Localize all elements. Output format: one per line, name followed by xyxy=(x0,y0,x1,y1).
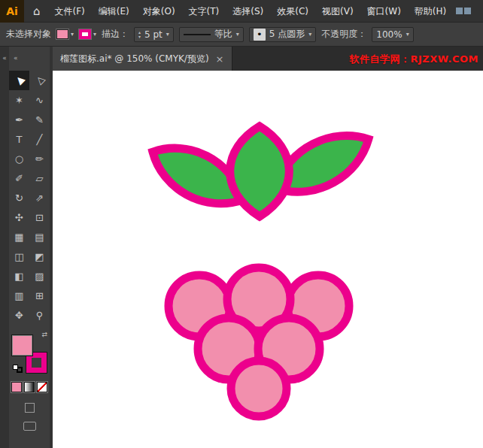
free-transform-tool[interactable]: ⊡ xyxy=(29,207,50,227)
menu-item[interactable]: 文字(T) xyxy=(182,0,226,23)
stroke-color-box[interactable] xyxy=(26,353,47,373)
workspace-switcher-icon[interactable] xyxy=(456,8,471,14)
dock-collapse-icon[interactable]: « xyxy=(0,47,9,69)
brush-preview-icon: • xyxy=(254,29,266,41)
hand-tool[interactable]: ✥ xyxy=(9,305,29,325)
opacity-value: 100% xyxy=(376,29,402,40)
menu-item[interactable]: 帮助(H) xyxy=(408,0,453,23)
width-profile-line-icon xyxy=(184,34,211,35)
mesh-tool[interactable]: ◫ xyxy=(9,247,29,266)
workspace-square-icon xyxy=(456,8,463,14)
gradient-tool[interactable]: ▤ xyxy=(29,227,50,247)
fill-color-swatch[interactable] xyxy=(56,29,68,39)
type-tool[interactable]: T xyxy=(9,129,29,149)
rotate-tool[interactable]: ↻ xyxy=(9,188,29,207)
chevron-down-icon: ▾ xyxy=(71,31,74,38)
menu-list: 文件(F)编辑(E)对象(O)文字(T)选择(S)效果(C)视图(V)窗口(W)… xyxy=(48,0,454,22)
eraser-tool[interactable]: ▱ xyxy=(29,168,50,188)
menu-item[interactable]: 编辑(E) xyxy=(92,0,136,23)
ellipse-tool-icon: ○ xyxy=(15,153,23,165)
chevron-down-icon[interactable]: ▾ xyxy=(308,31,311,38)
menu-item[interactable]: 选择(S) xyxy=(226,0,270,23)
menu-item[interactable]: 窗口(W) xyxy=(360,0,408,23)
chevron-down-icon[interactable]: ▾ xyxy=(166,31,169,38)
width-profile-dropdown[interactable]: 等比 ▾ xyxy=(179,27,244,42)
canvas[interactable] xyxy=(53,71,483,448)
magic-wand-tool[interactable]: ✶ xyxy=(9,90,29,110)
illustrator-logo[interactable]: Ai xyxy=(0,0,24,23)
none-button[interactable] xyxy=(37,382,47,392)
toolbar-collapse-icon[interactable]: « xyxy=(9,47,50,71)
shape-builder-tool[interactable]: ▦ xyxy=(9,227,29,247)
blend-tool[interactable]: ◧ xyxy=(9,266,29,286)
tool-grid: ▶▷✶∿✒✎T╱○✏✐▱↻⇗✣⊡▦▤◫◩◧▨▥⊞✥⚲ xyxy=(9,71,50,325)
berry-bottom[interactable] xyxy=(231,361,287,416)
swap-fill-stroke-icon[interactable]: ⇄ xyxy=(41,331,47,338)
menu-item[interactable]: 视图(V) xyxy=(315,0,360,23)
magic-wand-tool-icon: ✶ xyxy=(15,95,23,106)
menu-item[interactable]: 文件(F) xyxy=(48,0,92,23)
column-graph-tool-icon: ▥ xyxy=(14,290,23,301)
chevron-down-icon[interactable]: ▾ xyxy=(406,31,409,38)
default-fill-icon xyxy=(13,365,18,370)
pencil-tool-icon: ✐ xyxy=(15,173,23,184)
brush-definition-dropdown[interactable]: • 5 点圆形 ▾ xyxy=(249,27,316,42)
document-tab[interactable]: 榴莲图标.ai* @ 150% (CMYK/预览) × xyxy=(53,47,232,71)
zoom-tool[interactable]: ⚲ xyxy=(29,305,50,325)
ellipse-tool[interactable]: ○ xyxy=(9,149,29,168)
stepper-icon[interactable]: ▴ ▾ xyxy=(138,30,141,39)
toolbar: « ▶▷✶∿✒✎T╱○✏✐▱↻⇗✣⊡▦▤◫◩◧▨▥⊞✥⚲ ⇄ xyxy=(9,47,50,448)
column-graph-tool[interactable]: ▥ xyxy=(9,286,29,305)
raspberry-artwork[interactable] xyxy=(53,71,483,448)
stroke-weight-field[interactable]: ▴ ▾ 5 pt ▾ xyxy=(134,27,174,42)
line-segment-tool[interactable]: ╱ xyxy=(29,129,50,149)
workspace-square-icon xyxy=(464,8,471,14)
gradient-button[interactable] xyxy=(24,382,35,392)
home-icon[interactable]: ⌂ xyxy=(24,5,48,18)
stroke-color-swatch[interactable] xyxy=(79,29,91,39)
stroke-color-control[interactable]: ▾ xyxy=(79,29,96,39)
menu-bar: Ai ⌂ 文件(F)编辑(E)对象(O)文字(T)选择(S)效果(C)视图(V)… xyxy=(0,0,483,23)
artboard-tool[interactable]: ⊞ xyxy=(29,286,50,305)
stroke-label: 描边： xyxy=(102,28,129,41)
stepper-down-icon[interactable]: ▾ xyxy=(138,35,141,39)
lasso-tool[interactable]: ∿ xyxy=(29,90,50,110)
chevron-down-icon[interactable]: ▾ xyxy=(236,31,239,38)
leaf-middle[interactable] xyxy=(230,126,290,216)
selection-tool[interactable]: ▶ xyxy=(9,71,29,90)
opacity-dropdown[interactable]: 100% ▾ xyxy=(372,27,413,42)
paintbrush-tool[interactable]: ✏ xyxy=(29,149,50,168)
hand-tool-icon: ✥ xyxy=(15,310,23,321)
fill-color-box[interactable] xyxy=(12,335,32,356)
chevron-down-icon: ▾ xyxy=(93,31,96,38)
drawing-mode-button[interactable] xyxy=(25,403,35,413)
dock-strip: « xyxy=(0,47,9,448)
pencil-tool[interactable]: ✐ xyxy=(9,168,29,188)
scale-tool[interactable]: ⇗ xyxy=(29,188,50,207)
eyedropper-tool-icon: ◩ xyxy=(35,251,44,262)
width-tool-icon: ✣ xyxy=(15,212,23,223)
paintbrush-tool-icon: ✏ xyxy=(35,153,44,165)
pen-tool[interactable]: ✒ xyxy=(9,110,29,129)
control-bar: 未选择对象 ▾ ▾ 描边： ▴ ▾ 5 pt ▾ 等比 ▾ • 5 点圆形 ▾ xyxy=(0,23,483,47)
direct-selection-tool-icon: ▷ xyxy=(33,74,47,87)
screen-mode-button[interactable] xyxy=(23,422,36,431)
close-icon[interactable]: × xyxy=(216,53,224,65)
mesh-tool-icon: ◫ xyxy=(14,251,23,262)
curvature-tool-icon: ✎ xyxy=(35,114,44,126)
width-tool[interactable]: ✣ xyxy=(9,207,29,227)
eyedropper-tool[interactable]: ◩ xyxy=(29,247,50,266)
tab-bar: 榴莲图标.ai* @ 150% (CMYK/预览) × 软件自学网：RJZXW.… xyxy=(53,47,483,71)
menu-item[interactable]: 对象(O) xyxy=(136,0,182,23)
rotate-tool-icon: ↻ xyxy=(15,192,23,204)
symbol-sprayer-tool[interactable]: ▨ xyxy=(29,266,50,286)
curvature-tool[interactable]: ✎ xyxy=(29,110,50,129)
lasso-tool-icon: ∿ xyxy=(35,95,44,106)
fill-color-control[interactable]: ▾ xyxy=(56,29,74,39)
default-fill-stroke-icon[interactable] xyxy=(13,365,23,373)
color-button[interactable] xyxy=(11,382,22,392)
direct-selection-tool[interactable]: ▷ xyxy=(29,71,50,90)
menu-item[interactable]: 效果(C) xyxy=(270,0,315,23)
fill-stroke-widget: ⇄ xyxy=(12,334,47,373)
width-profile-value: 等比 xyxy=(214,28,232,41)
